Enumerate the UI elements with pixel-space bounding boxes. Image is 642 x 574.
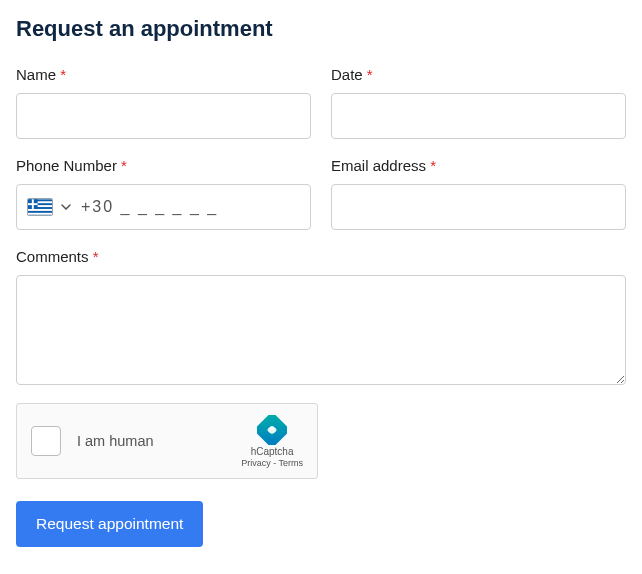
phone-input-wrap [16, 184, 311, 230]
date-label: Date * [331, 66, 626, 83]
email-input[interactable] [331, 184, 626, 230]
name-label-text: Name [16, 66, 60, 83]
phone-label: Phone Number * [16, 157, 311, 174]
email-label: Email address * [331, 157, 626, 174]
email-field: Email address * [331, 157, 626, 230]
required-marker: * [93, 248, 99, 265]
date-input[interactable] [331, 93, 626, 139]
comments-label: Comments * [16, 248, 626, 265]
captcha-brand: hCaptcha [251, 446, 294, 457]
required-marker: * [121, 157, 127, 174]
chevron-down-icon[interactable] [61, 204, 71, 210]
hcaptcha-widget: I am human hCaptcha Privacy - Terms [16, 403, 318, 479]
phone-field: Phone Number * [16, 157, 311, 230]
required-marker: * [367, 66, 373, 83]
phone-label-text: Phone Number [16, 157, 121, 174]
name-field: Name * [16, 66, 311, 139]
captcha-checkbox[interactable] [31, 426, 61, 456]
svg-rect-8 [28, 203, 38, 205]
svg-rect-5 [28, 215, 53, 216]
required-marker: * [430, 157, 436, 174]
required-marker: * [60, 66, 66, 83]
page-title: Request an appointment [16, 16, 626, 42]
captcha-text: I am human [77, 433, 241, 449]
comments-label-text: Comments [16, 248, 93, 265]
svg-rect-4 [28, 211, 53, 213]
comments-input[interactable] [16, 275, 626, 385]
email-label-text: Email address [331, 157, 430, 174]
submit-button[interactable]: Request appointment [16, 501, 203, 547]
comments-field: Comments * [16, 248, 626, 385]
captcha-branding: hCaptcha Privacy - Terms [241, 415, 303, 468]
hcaptcha-icon [257, 415, 287, 445]
country-flag-icon[interactable] [27, 198, 53, 216]
captcha-links[interactable]: Privacy - Terms [241, 458, 303, 468]
phone-input[interactable] [79, 197, 300, 217]
name-input[interactable] [16, 93, 311, 139]
date-field: Date * [331, 66, 626, 139]
name-label: Name * [16, 66, 311, 83]
svg-point-10 [270, 426, 274, 430]
date-label-text: Date [331, 66, 367, 83]
